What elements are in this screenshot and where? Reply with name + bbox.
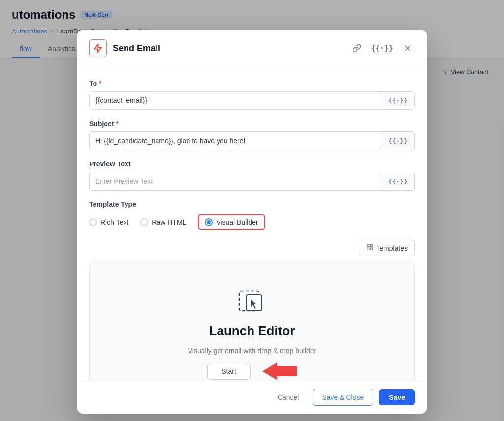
send-email-modal: Send Email {{·}} [77, 30, 427, 414]
launch-editor-title: Launch Editor [209, 324, 295, 339]
launch-editor-desc: Visually get email with drop & drop buil… [188, 347, 316, 355]
svg-rect-6 [370, 248, 372, 250]
svg-rect-3 [367, 245, 369, 247]
to-input[interactable] [90, 92, 381, 109]
templates-btn-label: Templates [376, 244, 408, 252]
editor-icon [237, 286, 267, 316]
templates-row: Templates [89, 240, 415, 256]
send-email-icon [89, 39, 107, 57]
radio-visual-builder[interactable]: Visual Builder [198, 214, 265, 230]
start-button[interactable]: Start [207, 363, 251, 380]
close-button[interactable] [400, 42, 415, 55]
modal-footer: Cancel Save & Close Save [77, 381, 427, 414]
template-type-radio-group: Rich Text Raw HTML Visual Builder [89, 214, 415, 230]
save-button[interactable]: Save [379, 389, 415, 405]
to-field-group: To * {{·}} [89, 79, 415, 110]
save-close-button[interactable]: Save & Close [313, 389, 373, 406]
preview-text-label: Preview Text [89, 160, 415, 168]
modal-header-actions: {{·}} [349, 42, 415, 55]
preview-tag-button[interactable]: {{·}} [381, 174, 414, 189]
subject-field-group: Subject * {{·}} [89, 120, 415, 150]
editor-area: Launch Editor Visually get email with dr… [89, 262, 415, 381]
start-row: Start [207, 362, 297, 380]
radio-circle-rich-text [89, 218, 97, 226]
svg-rect-4 [370, 245, 372, 247]
to-input-wrapper: {{·}} [89, 91, 415, 110]
template-type-field-group: Template Type Rich Text Raw HTML [89, 200, 415, 230]
templates-button[interactable]: Templates [359, 240, 415, 256]
subject-label: Subject * [89, 120, 415, 128]
modal-body: To * {{·}} Subject * [77, 67, 427, 381]
subject-input[interactable] [90, 132, 381, 150]
red-arrow [262, 362, 297, 380]
radio-raw-html[interactable]: Raw HTML [140, 218, 186, 226]
preview-text-input[interactable] [90, 172, 381, 190]
modal-header: Send Email {{·}} [77, 30, 427, 67]
modal-overlay: Send Email {{·}} [0, 0, 504, 421]
cancel-button[interactable]: Cancel [270, 389, 307, 405]
subject-input-wrapper: {{·}} [89, 131, 415, 150]
required-star-subject: * [116, 120, 119, 128]
grid-icon [366, 244, 373, 252]
template-type-label: Template Type [89, 200, 415, 208]
radio-circle-raw-html [140, 218, 148, 226]
tag-icon-button[interactable]: {{·}} [368, 42, 396, 55]
modal-title: Send Email [113, 43, 344, 54]
subject-tag-button[interactable]: {{·}} [381, 133, 414, 149]
tag-braces-icon-preview: {{·}} [388, 178, 408, 185]
preview-text-input-wrapper: {{·}} [89, 172, 415, 191]
to-label: To * [89, 79, 415, 87]
curly-braces-icon: {{·}} [371, 44, 393, 53]
to-tag-button[interactable]: {{·}} [381, 93, 414, 108]
svg-rect-5 [367, 248, 369, 250]
tag-braces-icon-subject: {{·}} [388, 137, 408, 145]
radio-rich-text[interactable]: Rich Text [89, 218, 128, 226]
radio-circle-visual-builder [205, 218, 213, 226]
radio-label-raw-html: Raw HTML [152, 218, 186, 226]
svg-marker-0 [94, 44, 102, 53]
radio-label-visual-builder: Visual Builder [216, 218, 258, 226]
preview-text-field-group: Preview Text {{·}} [89, 160, 415, 191]
svg-marker-9 [262, 362, 297, 380]
required-star: * [99, 79, 101, 87]
link-icon-button[interactable] [349, 42, 364, 55]
radio-label-rich-text: Rich Text [100, 218, 128, 226]
tag-braces-icon: {{·}} [388, 97, 408, 104]
